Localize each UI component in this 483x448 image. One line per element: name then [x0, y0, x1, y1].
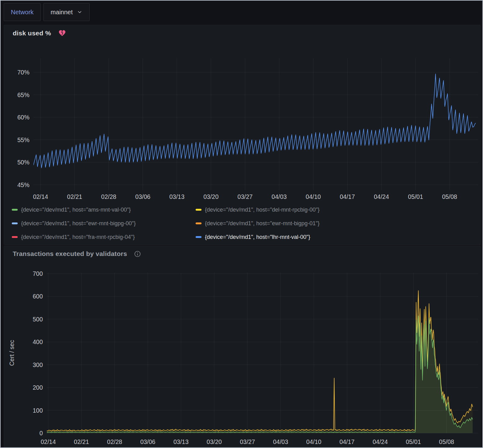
svg-text:Cert / sec: Cert / sec	[8, 340, 15, 366]
svg-text:03/06: 03/06	[135, 193, 150, 200]
svg-text:04/17: 04/17	[339, 438, 355, 445]
svg-text:03/13: 03/13	[169, 193, 184, 200]
panel-title-transactions[interactable]: Transactions executed by validators	[13, 250, 127, 258]
svg-text:700: 700	[33, 270, 43, 277]
legend-label: {device="/dev/md1", host="ams-mnt-val-00…	[21, 207, 131, 213]
legend-item[interactable]: {device="/dev/md1", host="ewr-mnt-bigpg-…	[196, 219, 481, 228]
svg-text:55%: 55%	[17, 137, 29, 143]
info-icon[interactable]	[134, 250, 141, 258]
panel-transactions: Transactions executed by validators 02/1…	[4, 246, 481, 448]
svg-text:0: 0	[39, 430, 43, 437]
svg-text:03/27: 03/27	[237, 193, 253, 200]
svg-text:05/08: 05/08	[442, 193, 457, 200]
svg-text:05/08: 05/08	[439, 438, 454, 445]
network-variable-dropdown[interactable]: mainnet	[43, 3, 89, 21]
variable-toolbar: Network mainnet	[4, 3, 90, 21]
legend-label: {device="/dev/md1", host="del-mnt-rpcbig…	[205, 207, 320, 213]
legend-item[interactable]: {device="/dev/md1", host="ewr-mnt-bigpg-…	[12, 219, 196, 228]
disk-used-chart[interactable]: 02/1402/2102/2803/0603/1303/2003/2704/03…	[4, 25, 481, 204]
series-color-chip	[196, 236, 202, 238]
svg-text:03/13: 03/13	[173, 438, 188, 445]
svg-text:04/10: 04/10	[306, 438, 321, 445]
svg-text:04/24: 04/24	[374, 193, 389, 200]
chart-legend: {device="/dev/md1", host="ams-mnt-val-00…	[4, 205, 481, 242]
svg-text:02/28: 02/28	[101, 193, 116, 200]
series-color-chip	[12, 222, 18, 224]
svg-text:04/17: 04/17	[340, 193, 355, 200]
svg-text:03/06: 03/06	[140, 438, 155, 445]
grafana-dashboard: { "toolbar": { "variable_label": "Networ…	[0, 0, 483, 448]
svg-text:65%: 65%	[17, 92, 29, 98]
svg-text:02/14: 02/14	[33, 193, 48, 200]
legend-item[interactable]: {device="/dev/md1", host="ams-mnt-val-00…	[12, 205, 196, 214]
svg-text:04/10: 04/10	[306, 193, 321, 200]
series-color-chip	[12, 236, 18, 238]
svg-text:45%: 45%	[17, 181, 29, 188]
svg-text:200: 200	[33, 384, 43, 391]
svg-text:300: 300	[33, 361, 43, 368]
series-color-chip	[196, 222, 202, 224]
panel-title-disk-used[interactable]: disk used %	[13, 29, 51, 37]
svg-text:05/01: 05/01	[408, 193, 423, 200]
legend-item[interactable]: {device="/dev/md1", host="lhr-mnt-val-00…	[196, 232, 481, 242]
svg-text:02/14: 02/14	[41, 438, 56, 445]
svg-text:02/21: 02/21	[67, 193, 82, 200]
svg-text:02/28: 02/28	[107, 438, 122, 445]
broken-heart-icon	[58, 29, 66, 37]
svg-text:05/01: 05/01	[406, 438, 421, 445]
variable-selected-value[interactable]: mainnet	[51, 9, 73, 16]
panel-disk-used: disk used % 02/1402/2102/2803/0603/1303/…	[4, 25, 481, 245]
svg-text:50%: 50%	[17, 159, 29, 166]
legend-item[interactable]: {device="/dev/md1", host="fra-mnt-rpcbig…	[12, 232, 196, 242]
legend-label: {device="/dev/md1", host="ewr-mnt-bigpg-…	[21, 220, 136, 227]
svg-text:03/27: 03/27	[240, 438, 255, 445]
series-color-chip	[12, 209, 18, 211]
svg-text:70%: 70%	[17, 69, 29, 76]
svg-text:60%: 60%	[17, 114, 29, 121]
svg-text:500: 500	[33, 316, 43, 323]
svg-text:04/03: 04/03	[273, 438, 288, 445]
chevron-down-icon	[77, 9, 82, 15]
svg-text:03/20: 03/20	[207, 438, 222, 445]
svg-text:04/03: 04/03	[272, 193, 287, 200]
legend-label: {device="/dev/md1", host="fra-mnt-rpcbig…	[21, 234, 135, 240]
svg-text:02/21: 02/21	[74, 438, 89, 445]
svg-text:100: 100	[33, 407, 43, 414]
series-color-chip	[196, 209, 202, 211]
variable-label-box: Network	[4, 3, 41, 21]
svg-text:600: 600	[33, 293, 43, 300]
variable-label: Network	[11, 9, 33, 16]
legend-label: {device="/dev/md1", host="ewr-mnt-bigpg-…	[205, 220, 320, 227]
svg-text:400: 400	[33, 338, 43, 345]
legend-label: {device="/dev/md1", host="lhr-mnt-val-00…	[205, 234, 310, 240]
legend-item[interactable]: {device="/dev/md1", host="del-mnt-rpcbig…	[196, 205, 481, 214]
svg-text:03/20: 03/20	[203, 193, 219, 200]
svg-text:04/24: 04/24	[373, 438, 388, 445]
transactions-chart[interactable]: 02/1402/2102/2803/0603/1303/2003/2704/03…	[4, 246, 481, 448]
